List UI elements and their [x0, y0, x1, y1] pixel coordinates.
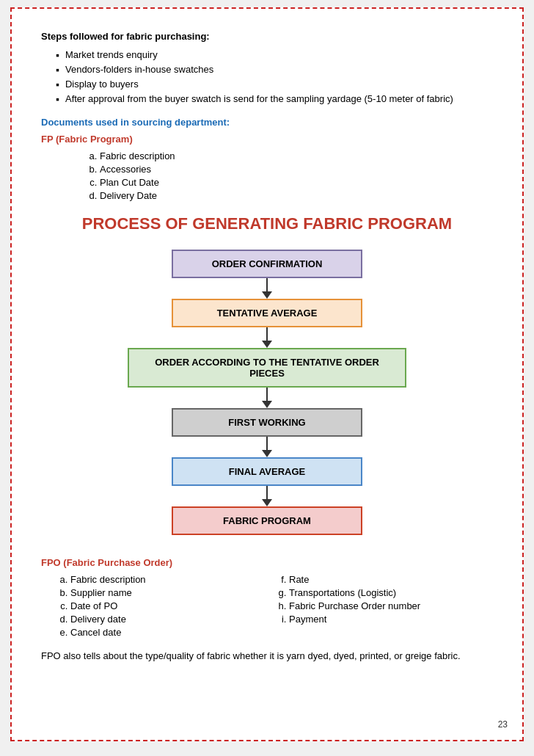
flowchart-box-3: ORDER ACCORDING TO THE TENTATIVE ORDER P…: [128, 348, 406, 388]
docs-heading: Documents used in sourcing department:: [41, 117, 493, 128]
bullet-item-2: Vendors-folders in-house swatches: [56, 64, 493, 76]
fp-item-1: Fabric description: [100, 150, 493, 161]
bullet-list: Market trends enquiry Vendors-folders in…: [41, 49, 493, 105]
flowchart-box-4: FIRST WORKING: [172, 408, 362, 437]
fpo-left-col: Fabric description Supplier name Date of…: [41, 574, 260, 640]
fp-item-3: Plan Cut Date: [100, 177, 493, 188]
fpo-right-2: Transportations (Logistic): [289, 587, 493, 598]
flowchart-box-5: FINAL AVERAGE: [172, 457, 362, 486]
fp-item-4: Delivery Date: [100, 190, 493, 201]
fpo-left-1: Fabric description: [70, 574, 260, 585]
fpo-left-4: Delivery date: [70, 614, 260, 625]
arrow-line: [266, 327, 268, 341]
fpo-right-col: Rate Transportations (Logistic) Fabric P…: [274, 574, 493, 640]
fpo-right-1: Rate: [289, 574, 493, 585]
page: Steps followed for fabric purchasing: Ma…: [10, 7, 524, 741]
arrow-1: [262, 278, 272, 299]
body-text: FPO also tells about the type/quality of…: [41, 649, 493, 664]
bullet-item-1: Market trends enquiry: [56, 49, 493, 61]
arrow-head: [262, 450, 272, 457]
arrow-head: [262, 499, 272, 506]
arrow-5: [262, 486, 272, 506]
arrow-3: [262, 388, 272, 408]
arrow-head: [262, 401, 272, 408]
fpo-right-3: Fabric Purchase Order number: [289, 600, 493, 611]
flowchart: ORDER CONFIRMATION TENTATIVE AVERAGE ORD…: [41, 250, 493, 535]
arrow-line: [266, 388, 268, 401]
fpo-left-3: Date of PO: [70, 600, 260, 611]
flowchart-box-6: FABRIC PROGRAM: [172, 506, 362, 535]
fp-heading: FP (Fabric Program): [41, 134, 493, 145]
fpo-heading: FPO (Fabric Purchase Order): [41, 557, 493, 568]
fpo-left-list: Fabric description Supplier name Date of…: [41, 574, 260, 638]
bullet-item-3: Display to buyers: [56, 79, 493, 90]
arrow-line: [266, 278, 268, 291]
flowchart-box-2: TENTATIVE AVERAGE: [172, 299, 362, 327]
arrow-head: [262, 341, 272, 348]
page-number: 23: [498, 719, 508, 730]
arrow-4: [262, 437, 272, 457]
fpo-left-5: Cancel date: [70, 627, 260, 638]
fpo-left-2: Supplier name: [70, 587, 260, 598]
arrow-head: [262, 291, 272, 299]
fpo-right-4: Payment: [289, 614, 493, 625]
fp-list: Fabric description Accessories Plan Cut …: [41, 150, 493, 201]
fpo-columns: Fabric description Supplier name Date of…: [41, 574, 493, 640]
fpo-right-list: Rate Transportations (Logistic) Fabric P…: [274, 574, 493, 625]
arrow-line: [266, 437, 268, 450]
arrow-line: [266, 486, 268, 499]
flowchart-box-1: ORDER CONFIRMATION: [172, 250, 362, 278]
arrow-2: [262, 327, 272, 348]
big-heading: PROCESS OF GENERATING FABRIC PROGRAM: [41, 214, 493, 233]
fp-item-2: Accessories: [100, 164, 493, 175]
bullet-item-4: After approval from the buyer swatch is …: [56, 93, 493, 105]
steps-heading: Steps followed for fabric purchasing:: [41, 31, 493, 42]
